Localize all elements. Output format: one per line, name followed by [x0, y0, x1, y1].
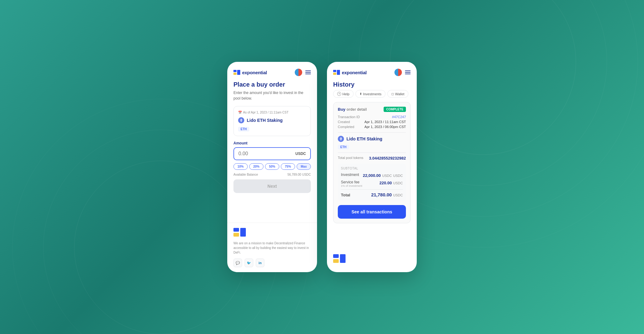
menu-bar-2-2 [405, 72, 411, 73]
total-row: Total 21,780.00 USDC [341, 189, 403, 198]
investment-currency: USDC [382, 174, 392, 178]
pct-max-button[interactable]: Max [297, 163, 311, 170]
investment-currency2: USDC [393, 174, 403, 178]
amount-input-wrap[interactable]: USDC [233, 147, 311, 160]
logo-icon [233, 70, 240, 75]
investment-value-wrap: 22,000.00 USDC USDC [363, 173, 403, 178]
balance-label: Available Balance [233, 173, 258, 176]
total-value-wrap: 21,780.00 USDC [371, 192, 403, 198]
phone1-header: exponential [227, 62, 317, 80]
transaction-id-row: Transaction ID #47C247 [338, 115, 406, 119]
footer-logo-2 [333, 254, 411, 264]
created-label: Created [338, 120, 350, 124]
phone1-footer: We are on a mission to make Decentralize… [227, 223, 317, 272]
amount-label: Amount [233, 141, 311, 145]
tab-wallet[interactable]: ◻ Wallet [387, 90, 408, 98]
discord-button[interactable]: 💬 [233, 259, 242, 267]
svg-point-4 [74, 161, 248, 334]
investments-icon: ⬆ [359, 92, 362, 96]
service-fee-sublabel: 1% of investment [341, 184, 362, 187]
order-detail-text: order detail [346, 107, 367, 112]
tab-help[interactable]: ? Help [333, 90, 354, 98]
pool-name: Lido ETH Staking [247, 118, 283, 123]
svg-rect-18 [233, 233, 239, 237]
avatar-icon[interactable] [294, 68, 303, 77]
order-meta: Transaction ID #47C247 Created Apr 1, 20… [338, 115, 406, 129]
phone1-content: Place a buy order Enter the amount you'd… [227, 80, 317, 223]
menu-icon-2[interactable] [405, 71, 411, 74]
menu-bar-1 [305, 71, 311, 71]
pool-name-row2: Lido ETH Staking [338, 136, 406, 142]
social-icons: 💬 🐦 in [233, 259, 311, 267]
pct-10-button[interactable]: 10% [233, 163, 248, 170]
footer-logo-svg [233, 228, 246, 237]
menu-bar-3 [305, 74, 311, 74]
menu-bar-2 [305, 72, 311, 73]
wallet-icon: ◻ [391, 92, 394, 96]
discord-icon: 💬 [236, 261, 240, 265]
page-title-buy: Place a buy order [233, 81, 311, 88]
calendar-icon: 📅 [238, 111, 242, 114]
menu-bar-2-1 [405, 71, 411, 71]
svg-rect-9 [237, 70, 240, 75]
eth-icon-2 [338, 136, 344, 142]
completed-value: Apr 1, 2023 / 06:00pm CST [364, 125, 406, 129]
status-badge: COMPLETE [384, 107, 406, 112]
see-all-transactions-button[interactable]: See all transactions [338, 205, 406, 219]
amount-input[interactable] [238, 151, 276, 156]
svg-rect-21 [333, 73, 336, 75]
help-icon: ? [337, 92, 341, 96]
svg-rect-30 [333, 254, 339, 258]
footer-logo [233, 228, 311, 238]
completed-label: Completed [338, 125, 354, 129]
phone2-header-actions [394, 68, 411, 77]
total-pool-tokens-label: Total pool tokens [338, 156, 363, 161]
service-fee-label: Service fee [341, 180, 362, 184]
balance-value: 56,789.00 USDC [287, 173, 311, 176]
subtotal-label: Subtotal [341, 167, 403, 170]
linkedin-button[interactable]: in [256, 259, 264, 267]
pct-75-button[interactable]: 75% [281, 163, 295, 170]
menu-bar-2-3 [405, 74, 411, 74]
svg-rect-31 [333, 259, 339, 263]
svg-rect-17 [233, 228, 239, 232]
twitter-icon: 🐦 [247, 261, 251, 265]
history-tabs: ? Help ⬆ Investments ◻ Wallet [333, 90, 411, 98]
pool-name-2: Lido ETH Staking [346, 136, 382, 141]
history-page-title: History [333, 81, 411, 88]
order-header: Buy order detail COMPLETE [338, 107, 406, 112]
pct-50-button[interactable]: 50% [265, 163, 279, 170]
total-value: 21,780.00 [371, 192, 392, 197]
pool-tag-2: ETH [338, 145, 349, 149]
pct-20-button[interactable]: 20% [249, 163, 263, 170]
phone1-logo-text: exponential [242, 70, 267, 75]
percent-row: 10% 20% 50% 75% Max [233, 163, 311, 170]
logo-icon-2 [333, 70, 340, 75]
twitter-button[interactable]: 🐦 [245, 259, 253, 267]
phone1-header-actions [294, 68, 311, 77]
svg-rect-19 [240, 228, 246, 237]
avatar-icon-2[interactable] [394, 68, 402, 77]
pool-tokens-row: Total pool tokens 3.044285529232982 [338, 156, 406, 161]
phone-buy-order: exponential Place a buy order Enter the … [227, 62, 317, 272]
phone2-content: History ? Help ⬆ Investments ◻ Wallet [327, 80, 417, 251]
tab-investments-label: Investments [363, 92, 381, 96]
phone-history: exponential History ? Help [327, 62, 417, 272]
menu-icon[interactable] [305, 71, 311, 74]
phone1-logo: exponential [233, 70, 267, 75]
balance-row: Available Balance 56,789.00 USDC [233, 173, 311, 176]
buy-order-label: Buy order detail [338, 107, 367, 112]
next-button[interactable]: Next [233, 179, 311, 193]
total-pool-tokens-value: 3.044285529232982 [369, 156, 406, 161]
svg-rect-22 [337, 70, 340, 75]
tab-wallet-label: Wallet [395, 92, 404, 96]
tab-investments[interactable]: ⬆ Investments [355, 90, 385, 98]
created-row: Created Apr 1, 2023 / 11:11am CST [338, 120, 406, 124]
service-fee-value: 220.00 [380, 181, 392, 185]
footer-logo-svg-2 [333, 254, 346, 263]
pool-name-row: Lido ETH Staking [238, 117, 306, 123]
created-value: Apr 1, 2023 / 11:11am CST [364, 120, 406, 124]
pool-card: 📅 As of Apr 1, 2023 / 11:11am CST Lido E… [233, 106, 311, 136]
footer-mission: We are on a mission to make Decentralize… [233, 241, 311, 255]
phone2-header: exponential [327, 62, 417, 80]
